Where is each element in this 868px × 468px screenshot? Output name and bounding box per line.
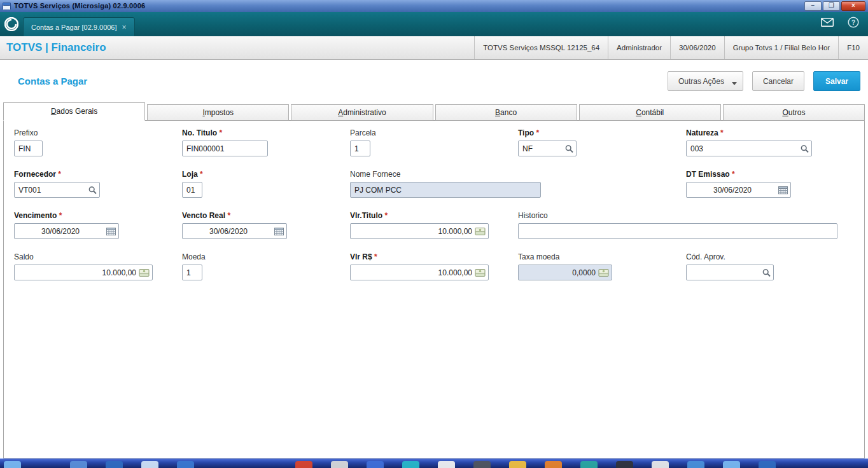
calendar-icon[interactable] (274, 227, 284, 235)
mail-icon[interactable] (821, 18, 834, 29)
taskbar-icon[interactable] (509, 461, 526, 468)
search-icon[interactable] (88, 186, 97, 194)
prefixo-input[interactable] (14, 141, 43, 156)
branch-info[interactable]: Grupo Totvs 1 / Filial Belo Hor (724, 36, 839, 59)
search-icon[interactable] (801, 144, 809, 153)
help-icon[interactable]: ? (848, 17, 859, 31)
vencto-real-label: Vencto Real * (182, 211, 350, 221)
search-icon[interactable] (762, 268, 771, 277)
taskbar-icon[interactable] (580, 461, 598, 468)
tab-administrativo[interactable]: Administrativo (291, 104, 433, 121)
parcela-input[interactable] (350, 141, 370, 156)
moeda-label: Moeda (182, 252, 350, 263)
close-button[interactable]: × (841, 1, 865, 11)
cancelar-button[interactable]: Cancelar (752, 71, 804, 91)
maximize-button[interactable]: ❐ (823, 1, 840, 11)
parcela-label: Parcela (350, 128, 518, 139)
tab-banco[interactable]: Banco (435, 104, 577, 121)
natureza-label: Natureza * (686, 128, 854, 139)
tab-close-icon[interactable]: × (122, 23, 127, 32)
dt-emissao-input[interactable] (686, 182, 791, 198)
salvar-button[interactable]: Salvar (813, 71, 860, 91)
app-tab-label: Contas a Pagar [02.9.0006] (31, 24, 117, 31)
tipo-label: Tipo * (518, 128, 686, 139)
cod-aprov-input[interactable] (686, 265, 774, 280)
loja-input[interactable] (182, 182, 202, 198)
taskbar-icon[interactable] (367, 461, 384, 468)
money-icon[interactable] (475, 227, 486, 235)
natureza-input[interactable] (686, 141, 812, 156)
windows-taskbar[interactable] (0, 458, 868, 468)
taskbar-icon[interactable] (4, 461, 21, 468)
totvs-logo-icon[interactable] (4, 17, 18, 34)
money-icon[interactable] (475, 268, 486, 277)
nome-fornece-label: Nome Fornece (350, 170, 686, 180)
taskbar-icon[interactable] (438, 461, 455, 468)
historico-label: Historico (518, 211, 854, 221)
vlr-rs-input[interactable] (350, 265, 489, 280)
required-asterisk: * (732, 170, 735, 179)
search-icon[interactable] (565, 144, 573, 153)
taskbar-icon[interactable] (473, 461, 491, 468)
required-asterisk: * (59, 211, 62, 220)
calendar-icon[interactable] (778, 186, 788, 194)
chevron-down-icon[interactable] (732, 82, 737, 85)
tab-impostos[interactable]: Impostos (147, 104, 289, 121)
vlr-titulo-input[interactable] (350, 223, 489, 239)
historico-input[interactable] (518, 223, 837, 239)
vencto-real-input[interactable] (182, 223, 287, 239)
taskbar-icon[interactable] (295, 461, 312, 468)
user-info: Administrador (608, 36, 670, 59)
tab-contas-a-pagar[interactable]: Contas a Pagar [02.9.0006] × (23, 17, 135, 36)
money-icon[interactable] (139, 268, 150, 277)
environment-info: TOTVS Serviços MSSQL 12125_64 (474, 36, 608, 59)
taskbar-icon[interactable] (759, 461, 776, 468)
outras-acoes-label: Outras Ações (678, 77, 724, 86)
moeda-input[interactable] (182, 265, 202, 280)
app-window: TOTVS Serviços (Microsiga) 02.9.0006 − ❐… (0, 0, 868, 468)
app-icon (3, 3, 11, 10)
taskbar-icon[interactable] (545, 461, 562, 468)
taskbar-icon[interactable] (652, 461, 669, 468)
taskbar-icon[interactable] (141, 461, 158, 468)
vencimento-input[interactable] (14, 223, 119, 239)
vlr-titulo-label: Vlr.Titulo * (350, 211, 518, 221)
tab-outros[interactable]: Outros (723, 104, 865, 121)
taskbar-icon[interactable] (687, 461, 704, 468)
fornecedor-label: Fornecedor * (14, 170, 182, 180)
svg-text:?: ? (851, 19, 855, 26)
taskbar-icon[interactable] (177, 461, 194, 468)
form-tabs: Dados Gerais Impostos Administrativo Ban… (3, 102, 865, 121)
taskbar-icon[interactable] (723, 461, 740, 468)
fornecedor-input[interactable] (14, 182, 100, 198)
brand-title: TOTVS | Financeiro (0, 36, 106, 59)
saldo-input[interactable] (14, 265, 153, 280)
required-asterisk: * (58, 170, 61, 179)
taskbar-icon[interactable] (331, 461, 348, 468)
no-titulo-label: No. Titulo * (182, 128, 350, 139)
outras-acoes-button[interactable]: Outras Ações (668, 71, 743, 91)
required-asterisk: * (219, 128, 222, 137)
minimize-button[interactable]: − (804, 1, 822, 11)
dt-emissao-label: DT Emissao * (686, 170, 854, 180)
action-bar: Contas a Pagar Outras Ações Cancelar Sal… (0, 60, 868, 102)
taskbar-icon[interactable] (70, 461, 87, 468)
fkey-badge[interactable]: F10 (838, 36, 868, 59)
prefixo-label: Prefixo (14, 128, 182, 139)
calendar-icon[interactable] (106, 227, 116, 235)
required-asterisk: * (227, 211, 230, 220)
vencimento-label: Vencimento * (14, 211, 182, 221)
required-asterisk: * (536, 128, 539, 137)
tab-dados-gerais[interactable]: Dados Gerais (3, 102, 145, 121)
taskbar-icon[interactable] (402, 461, 419, 468)
saldo-label: Saldo (14, 252, 182, 263)
required-asterisk: * (374, 252, 377, 261)
taskbar-icon[interactable] (616, 461, 633, 468)
page-title: Contas a Pagar (18, 76, 87, 86)
app-header: TOTVS | Financeiro TOTVS Serviços MSSQL … (0, 36, 868, 60)
app-tab-bar: Contas a Pagar [02.9.0006] × ? (0, 12, 868, 36)
taskbar-icon[interactable] (106, 461, 123, 468)
no-titulo-input[interactable] (182, 141, 268, 156)
tab-contabil[interactable]: Contábil (579, 104, 721, 121)
cod-aprov-label: Cód. Aprov. (686, 252, 854, 263)
